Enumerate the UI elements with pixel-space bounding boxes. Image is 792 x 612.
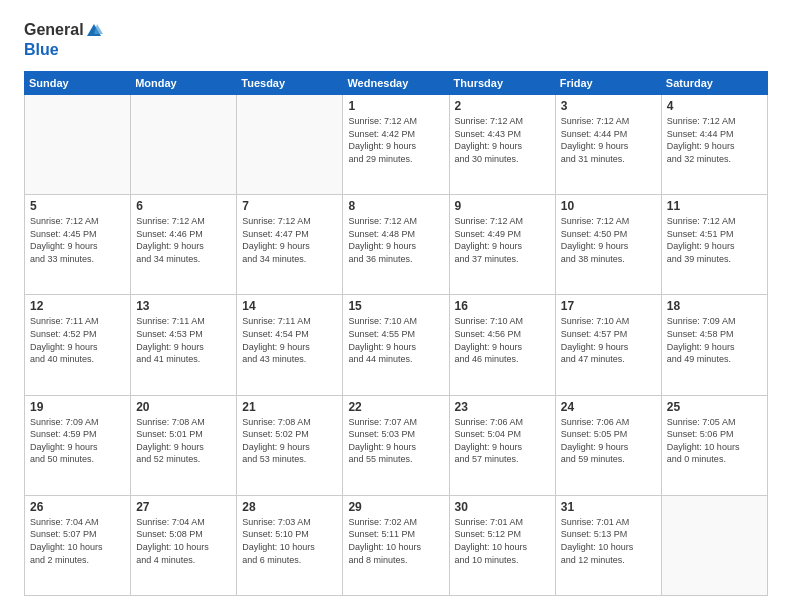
logo: General Blue bbox=[24, 20, 104, 59]
day-number: 20 bbox=[136, 400, 231, 414]
week-row-1: 1Sunrise: 7:12 AM Sunset: 4:42 PM Daylig… bbox=[25, 94, 768, 194]
day-cell: 22Sunrise: 7:07 AM Sunset: 5:03 PM Dayli… bbox=[343, 395, 449, 495]
day-cell bbox=[661, 495, 767, 595]
day-info: Sunrise: 7:12 AM Sunset: 4:42 PM Dayligh… bbox=[348, 115, 443, 165]
day-info: Sunrise: 7:01 AM Sunset: 5:12 PM Dayligh… bbox=[455, 516, 550, 566]
day-info: Sunrise: 7:09 AM Sunset: 4:59 PM Dayligh… bbox=[30, 416, 125, 466]
day-cell: 27Sunrise: 7:04 AM Sunset: 5:08 PM Dayli… bbox=[131, 495, 237, 595]
week-row-2: 5Sunrise: 7:12 AM Sunset: 4:45 PM Daylig… bbox=[25, 195, 768, 295]
logo-text: General Blue bbox=[24, 20, 104, 59]
weekday-wednesday: Wednesday bbox=[343, 71, 449, 94]
day-number: 31 bbox=[561, 500, 656, 514]
day-cell: 26Sunrise: 7:04 AM Sunset: 5:07 PM Dayli… bbox=[25, 495, 131, 595]
day-cell: 31Sunrise: 7:01 AM Sunset: 5:13 PM Dayli… bbox=[555, 495, 661, 595]
day-cell: 8Sunrise: 7:12 AM Sunset: 4:48 PM Daylig… bbox=[343, 195, 449, 295]
day-cell: 15Sunrise: 7:10 AM Sunset: 4:55 PM Dayli… bbox=[343, 295, 449, 395]
day-info: Sunrise: 7:02 AM Sunset: 5:11 PM Dayligh… bbox=[348, 516, 443, 566]
day-number: 16 bbox=[455, 299, 550, 313]
weekday-thursday: Thursday bbox=[449, 71, 555, 94]
day-info: Sunrise: 7:06 AM Sunset: 5:05 PM Dayligh… bbox=[561, 416, 656, 466]
day-info: Sunrise: 7:10 AM Sunset: 4:57 PM Dayligh… bbox=[561, 315, 656, 365]
day-cell: 21Sunrise: 7:08 AM Sunset: 5:02 PM Dayli… bbox=[237, 395, 343, 495]
day-cell: 7Sunrise: 7:12 AM Sunset: 4:47 PM Daylig… bbox=[237, 195, 343, 295]
day-cell: 17Sunrise: 7:10 AM Sunset: 4:57 PM Dayli… bbox=[555, 295, 661, 395]
day-info: Sunrise: 7:04 AM Sunset: 5:08 PM Dayligh… bbox=[136, 516, 231, 566]
day-number: 11 bbox=[667, 199, 762, 213]
day-cell: 16Sunrise: 7:10 AM Sunset: 4:56 PM Dayli… bbox=[449, 295, 555, 395]
day-number: 19 bbox=[30, 400, 125, 414]
day-info: Sunrise: 7:01 AM Sunset: 5:13 PM Dayligh… bbox=[561, 516, 656, 566]
day-info: Sunrise: 7:12 AM Sunset: 4:46 PM Dayligh… bbox=[136, 215, 231, 265]
day-number: 15 bbox=[348, 299, 443, 313]
day-number: 5 bbox=[30, 199, 125, 213]
day-cell: 29Sunrise: 7:02 AM Sunset: 5:11 PM Dayli… bbox=[343, 495, 449, 595]
day-cell: 4Sunrise: 7:12 AM Sunset: 4:44 PM Daylig… bbox=[661, 94, 767, 194]
day-cell: 1Sunrise: 7:12 AM Sunset: 4:42 PM Daylig… bbox=[343, 94, 449, 194]
week-row-4: 19Sunrise: 7:09 AM Sunset: 4:59 PM Dayli… bbox=[25, 395, 768, 495]
day-number: 29 bbox=[348, 500, 443, 514]
day-cell: 11Sunrise: 7:12 AM Sunset: 4:51 PM Dayli… bbox=[661, 195, 767, 295]
day-info: Sunrise: 7:12 AM Sunset: 4:51 PM Dayligh… bbox=[667, 215, 762, 265]
day-info: Sunrise: 7:12 AM Sunset: 4:44 PM Dayligh… bbox=[561, 115, 656, 165]
week-row-5: 26Sunrise: 7:04 AM Sunset: 5:07 PM Dayli… bbox=[25, 495, 768, 595]
page-header: General Blue bbox=[24, 20, 768, 59]
day-info: Sunrise: 7:06 AM Sunset: 5:04 PM Dayligh… bbox=[455, 416, 550, 466]
calendar-table: SundayMondayTuesdayWednesdayThursdayFrid… bbox=[24, 71, 768, 596]
day-cell: 12Sunrise: 7:11 AM Sunset: 4:52 PM Dayli… bbox=[25, 295, 131, 395]
day-cell: 9Sunrise: 7:12 AM Sunset: 4:49 PM Daylig… bbox=[449, 195, 555, 295]
day-number: 28 bbox=[242, 500, 337, 514]
day-number: 26 bbox=[30, 500, 125, 514]
day-number: 22 bbox=[348, 400, 443, 414]
day-info: Sunrise: 7:09 AM Sunset: 4:58 PM Dayligh… bbox=[667, 315, 762, 365]
day-info: Sunrise: 7:12 AM Sunset: 4:50 PM Dayligh… bbox=[561, 215, 656, 265]
day-cell: 5Sunrise: 7:12 AM Sunset: 4:45 PM Daylig… bbox=[25, 195, 131, 295]
day-cell: 2Sunrise: 7:12 AM Sunset: 4:43 PM Daylig… bbox=[449, 94, 555, 194]
day-info: Sunrise: 7:12 AM Sunset: 4:47 PM Dayligh… bbox=[242, 215, 337, 265]
day-number: 18 bbox=[667, 299, 762, 313]
week-row-3: 12Sunrise: 7:11 AM Sunset: 4:52 PM Dayli… bbox=[25, 295, 768, 395]
day-cell: 23Sunrise: 7:06 AM Sunset: 5:04 PM Dayli… bbox=[449, 395, 555, 495]
day-number: 23 bbox=[455, 400, 550, 414]
day-number: 1 bbox=[348, 99, 443, 113]
day-number: 21 bbox=[242, 400, 337, 414]
weekday-friday: Friday bbox=[555, 71, 661, 94]
day-number: 6 bbox=[136, 199, 231, 213]
day-info: Sunrise: 7:11 AM Sunset: 4:54 PM Dayligh… bbox=[242, 315, 337, 365]
day-cell: 30Sunrise: 7:01 AM Sunset: 5:12 PM Dayli… bbox=[449, 495, 555, 595]
day-number: 8 bbox=[348, 199, 443, 213]
day-cell: 6Sunrise: 7:12 AM Sunset: 4:46 PM Daylig… bbox=[131, 195, 237, 295]
day-info: Sunrise: 7:12 AM Sunset: 4:43 PM Dayligh… bbox=[455, 115, 550, 165]
day-info: Sunrise: 7:07 AM Sunset: 5:03 PM Dayligh… bbox=[348, 416, 443, 466]
day-number: 14 bbox=[242, 299, 337, 313]
day-cell: 19Sunrise: 7:09 AM Sunset: 4:59 PM Dayli… bbox=[25, 395, 131, 495]
day-number: 27 bbox=[136, 500, 231, 514]
day-cell: 24Sunrise: 7:06 AM Sunset: 5:05 PM Dayli… bbox=[555, 395, 661, 495]
day-info: Sunrise: 7:12 AM Sunset: 4:49 PM Dayligh… bbox=[455, 215, 550, 265]
weekday-tuesday: Tuesday bbox=[237, 71, 343, 94]
weekday-saturday: Saturday bbox=[661, 71, 767, 94]
day-info: Sunrise: 7:10 AM Sunset: 4:56 PM Dayligh… bbox=[455, 315, 550, 365]
day-cell bbox=[131, 94, 237, 194]
logo-icon bbox=[85, 22, 103, 40]
day-number: 25 bbox=[667, 400, 762, 414]
day-info: Sunrise: 7:12 AM Sunset: 4:48 PM Dayligh… bbox=[348, 215, 443, 265]
day-cell: 13Sunrise: 7:11 AM Sunset: 4:53 PM Dayli… bbox=[131, 295, 237, 395]
day-number: 7 bbox=[242, 199, 337, 213]
day-info: Sunrise: 7:08 AM Sunset: 5:01 PM Dayligh… bbox=[136, 416, 231, 466]
day-info: Sunrise: 7:12 AM Sunset: 4:45 PM Dayligh… bbox=[30, 215, 125, 265]
day-cell: 18Sunrise: 7:09 AM Sunset: 4:58 PM Dayli… bbox=[661, 295, 767, 395]
day-info: Sunrise: 7:03 AM Sunset: 5:10 PM Dayligh… bbox=[242, 516, 337, 566]
day-number: 3 bbox=[561, 99, 656, 113]
day-cell: 3Sunrise: 7:12 AM Sunset: 4:44 PM Daylig… bbox=[555, 94, 661, 194]
day-info: Sunrise: 7:11 AM Sunset: 4:52 PM Dayligh… bbox=[30, 315, 125, 365]
day-cell: 20Sunrise: 7:08 AM Sunset: 5:01 PM Dayli… bbox=[131, 395, 237, 495]
day-number: 30 bbox=[455, 500, 550, 514]
day-cell: 14Sunrise: 7:11 AM Sunset: 4:54 PM Dayli… bbox=[237, 295, 343, 395]
day-cell: 25Sunrise: 7:05 AM Sunset: 5:06 PM Dayli… bbox=[661, 395, 767, 495]
day-number: 13 bbox=[136, 299, 231, 313]
day-cell bbox=[25, 94, 131, 194]
day-info: Sunrise: 7:05 AM Sunset: 5:06 PM Dayligh… bbox=[667, 416, 762, 466]
day-cell bbox=[237, 94, 343, 194]
day-number: 2 bbox=[455, 99, 550, 113]
day-cell: 10Sunrise: 7:12 AM Sunset: 4:50 PM Dayli… bbox=[555, 195, 661, 295]
